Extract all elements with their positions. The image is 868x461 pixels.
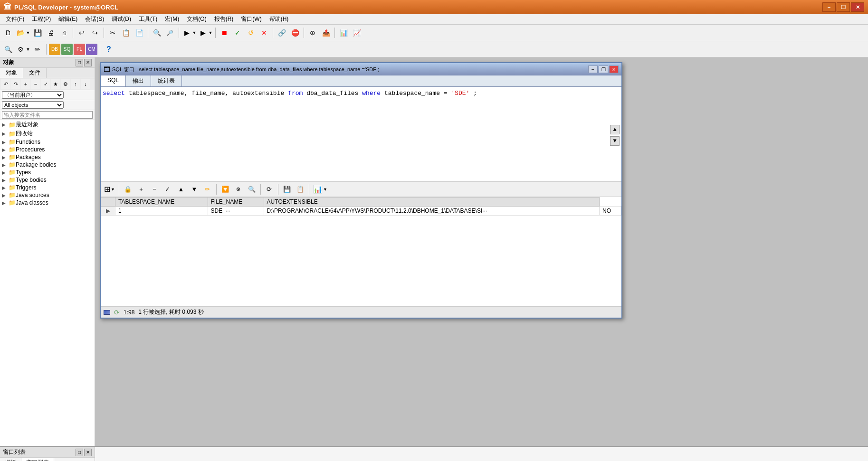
menu-session[interactable]: 会话(S) <box>81 14 108 24</box>
panel-float-btn[interactable]: □ <box>76 59 83 66</box>
tree-item-packages[interactable]: ▶ 📁 Packages <box>0 153 95 161</box>
tb-run2-arrow[interactable]: ▼ <box>208 27 213 39</box>
tab-object[interactable]: 对象 <box>0 68 23 78</box>
tb-print[interactable]: 🖨 <box>45 27 57 39</box>
tb-run[interactable]: ▶ <box>181 27 192 39</box>
rt-lock[interactable]: 🔒 <box>122 183 134 196</box>
tb-search2[interactable]: 🔍 <box>2 43 14 56</box>
panel-close-btn[interactable]: ✕ <box>84 59 92 66</box>
rt-up[interactable]: ▲ <box>175 183 187 196</box>
tb-find[interactable]: 🔍 <box>151 27 163 39</box>
tb-settings-arrow[interactable]: ▼ <box>26 43 30 56</box>
tree-item-triggers[interactable]: ▶ 📁 Triggers <box>0 184 95 191</box>
rt-confirm[interactable]: ✓ <box>162 183 174 196</box>
minimize-button[interactable]: − <box>822 2 836 12</box>
obj-back[interactable]: ↷ <box>11 79 20 89</box>
user-select[interactable]: 〈当前用户〉 <box>2 91 64 99</box>
sql-tab-output[interactable]: 输出 <box>126 75 151 86</box>
object-search-input[interactable] <box>2 111 93 119</box>
tree-item-procedures[interactable]: ▶ 📁 Procedures <box>0 146 95 153</box>
tb-db2[interactable]: SQ <box>61 44 73 55</box>
rt-filter[interactable]: 🔽 <box>219 183 231 196</box>
tree-item-types[interactable]: ▶ 📁 Types <box>0 169 95 176</box>
tb-help[interactable]: ? <box>103 43 115 56</box>
tree-item-java-classes[interactable]: ▶ 📁 Java classes <box>0 199 95 207</box>
tb-run-arrow[interactable]: ▼ <box>192 27 197 39</box>
tb-open-arrow[interactable]: ▼ <box>26 27 30 39</box>
obj-down[interactable]: ↓ <box>81 79 90 89</box>
sql-tab-sql[interactable]: SQL <box>101 75 126 86</box>
tree-item-type-bodies[interactable]: ▶ 📁 Type bodies <box>0 176 95 184</box>
rt-chart-dropdown[interactable]: 📊 ▼ <box>312 183 329 195</box>
object-select[interactable]: All objects <box>2 101 64 109</box>
tb-export[interactable]: 📤 <box>320 27 332 39</box>
tb-db1[interactable]: DB <box>49 44 60 55</box>
obj-add[interactable]: + <box>21 79 30 89</box>
tb-chart2[interactable]: 📈 <box>351 27 363 39</box>
rt-remove[interactable]: − <box>148 183 161 196</box>
tb-conn[interactable]: 🔗 <box>276 27 288 39</box>
tab-windowlist[interactable]: 窗口列表 <box>21 458 54 461</box>
tb-copy[interactable]: 📋 <box>120 27 132 39</box>
menu-debug[interactable]: 调试(D) <box>108 14 135 24</box>
rt-refresh[interactable]: ⟳ <box>263 183 276 196</box>
tb-pencil[interactable]: ✏ <box>31 43 44 56</box>
tb-save[interactable]: 💾 <box>31 27 44 39</box>
tb-stop[interactable]: ⏹ <box>218 27 230 39</box>
tb-db3[interactable]: PL <box>74 44 85 55</box>
obj-star[interactable]: ★ <box>51 79 60 89</box>
tree-item-java-sources[interactable]: ▶ 📁 Java sources <box>0 191 95 199</box>
obj-up[interactable]: ↑ <box>71 79 80 89</box>
sql-tab-stats[interactable]: 统计表 <box>151 75 182 86</box>
menu-tools[interactable]: 工具(T) <box>135 14 161 24</box>
tree-item-functions[interactable]: ▶ 📁 Functions <box>0 138 95 146</box>
tab-template[interactable]: 模板 <box>0 458 21 461</box>
bottom-panel-close[interactable]: ✕ <box>84 449 92 456</box>
obj-gear[interactable]: ⚙ <box>61 79 70 89</box>
tb-settings[interactable]: ⚙ <box>15 43 26 56</box>
tb-disconn[interactable]: ⛔ <box>289 27 301 39</box>
bottom-panel-float[interactable]: □ <box>76 449 83 456</box>
rt-export[interactable]: 📋 <box>294 183 306 196</box>
restore-button[interactable]: ❐ <box>837 2 850 12</box>
sql-win-close[interactable]: ✕ <box>609 66 619 73</box>
rt-cancel-filter[interactable]: ⊗ <box>232 183 245 196</box>
obj-remove[interactable]: − <box>31 79 40 89</box>
rt-add[interactable]: + <box>135 183 147 196</box>
menu-project[interactable]: 工程(P) <box>28 14 55 24</box>
menu-report[interactable]: 报告(R) <box>210 14 238 24</box>
rt-find[interactable]: 🔍 <box>246 183 258 196</box>
tb-open-dropdown[interactable]: 📂 <box>15 27 26 39</box>
tb-redo[interactable]: ↪ <box>89 27 101 39</box>
tab-file[interactable]: 文件 <box>23 68 47 78</box>
tb-print2[interactable]: 🖨 <box>58 27 70 39</box>
rt-down[interactable]: ▼ <box>188 183 200 196</box>
tb-copy2[interactable]: ⊕ <box>306 27 319 39</box>
rt-grid-dropdown[interactable]: ⊞ ▼ <box>103 183 116 195</box>
sql-win-minimize[interactable]: − <box>588 66 598 73</box>
menu-window[interactable]: 窗口(W) <box>237 14 265 24</box>
scroll-down-btn[interactable]: ▼ <box>610 136 620 146</box>
menu-macro[interactable]: 宏(M) <box>161 14 183 24</box>
obj-refresh[interactable]: ↶ <box>1 79 10 89</box>
tb-chart[interactable]: 📊 <box>337 27 350 39</box>
sql-win-restore[interactable]: ❐ <box>599 66 608 73</box>
tb-cut[interactable]: ✂ <box>106 27 119 39</box>
tb-paste[interactable]: 📄 <box>133 27 145 39</box>
tree-item-package-bodies[interactable]: ▶ 📁 Package bodies <box>0 161 95 169</box>
close-button[interactable]: ✕ <box>851 2 864 12</box>
rt-save[interactable]: 💾 <box>281 183 293 196</box>
menu-edit[interactable]: 编辑(E) <box>55 14 81 24</box>
tb-run2[interactable]: ▶ <box>198 27 208 39</box>
rt-pencil[interactable]: ✏ <box>201 183 214 196</box>
tb-db4[interactable]: CM <box>86 44 97 55</box>
tree-item-recent[interactable]: ▶ 📁 最近对象 <box>0 120 95 129</box>
tb-rollback[interactable]: ↺ <box>245 27 257 39</box>
menu-help[interactable]: 帮助(H) <box>266 14 293 24</box>
tb-new[interactable]: 🗋 <box>2 27 14 39</box>
tb-undo[interactable]: ↩ <box>76 27 88 39</box>
tree-item-recyclebin[interactable]: ▶ 📁 回收站 <box>0 129 95 138</box>
tb-commit[interactable]: ✓ <box>231 27 244 39</box>
menu-file[interactable]: 文件(F) <box>2 14 28 24</box>
menu-doc[interactable]: 文档(O) <box>183 14 210 24</box>
